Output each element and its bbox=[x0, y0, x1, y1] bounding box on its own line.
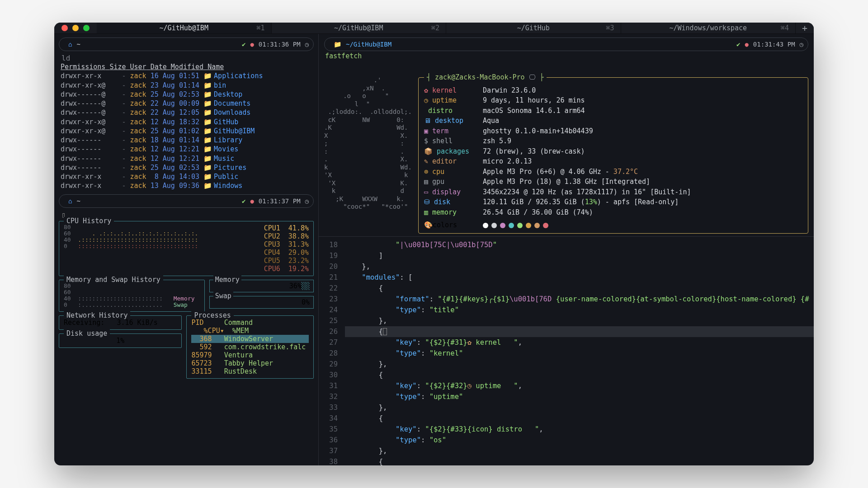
prompt-time: 01:31:36 PM bbox=[259, 41, 301, 48]
code-line[interactable]: { bbox=[345, 456, 814, 465]
disk-percent: 1% bbox=[64, 337, 177, 345]
code-line[interactable]: "type": "uptime" bbox=[345, 391, 814, 402]
code-area[interactable]: "|\u001b[75C|\u001b[75D" ] }, "modules":… bbox=[342, 237, 814, 466]
home-icon: ⌂ bbox=[68, 197, 72, 205]
code-line[interactable]: { bbox=[345, 370, 814, 380]
terminal-window: ~/GitHub@IBM⌘1~/GitHub@IBM⌘2~/GitHub⌘3~/… bbox=[54, 23, 814, 465]
process-row[interactable]: 85979 Ventura bbox=[191, 351, 309, 359]
close-icon[interactable] bbox=[61, 25, 68, 31]
code-line[interactable]: { bbox=[345, 283, 814, 294]
code-line[interactable]: "key": "{$2}{#32}◷ uptime ", bbox=[345, 380, 814, 391]
code-line[interactable]: "key": "{$2}{#33}{icon} distro ", bbox=[345, 424, 814, 435]
process-row[interactable]: 592 com.crowdstrike.falc bbox=[191, 343, 309, 351]
panel-title: Network History bbox=[64, 311, 130, 319]
process-row[interactable]: 33115 RustDesk bbox=[191, 367, 309, 375]
listing-row[interactable]: drwxr-xr-x@ - zack 12 Aug 18:32 📁GitHub bbox=[61, 117, 312, 127]
status-check-icon: ✔ bbox=[242, 41, 245, 48]
code-line[interactable]: "format": "{#1}{#keys}╭{$1}\u001b[76D {u… bbox=[345, 294, 814, 305]
code-line[interactable]: }, bbox=[345, 315, 814, 326]
listing-row[interactable]: drwx------ - zack 18 Aug 01:14 📁Library bbox=[61, 136, 312, 145]
code-line[interactable]: "type": "title" bbox=[345, 305, 814, 315]
listing-row[interactable]: drwxr-xr-x - zack 13 Aug 09:36 📁Windows bbox=[61, 181, 312, 190]
listing-row[interactable]: drwx------@ - zack 25 Aug 02:53 📁Desktop bbox=[61, 90, 312, 99]
cpu-row: CPU1 41.8% bbox=[264, 224, 309, 232]
cpu-row: CPU3 31.3% bbox=[264, 240, 309, 249]
listing-row[interactable]: drwxr-xr-x@ - zack 23 Aug 01:14 📁bin bbox=[61, 81, 312, 90]
process-row[interactable]: 368 WindowServer bbox=[191, 335, 309, 343]
panel-title: Processes bbox=[191, 311, 233, 319]
processes-panel[interactable]: Processes PID Command %CPU▾ %MEM 368 Win… bbox=[186, 315, 314, 379]
code-line[interactable]: { bbox=[345, 413, 814, 424]
fastfetch-row: $ shellzsh 5.9 bbox=[424, 136, 802, 146]
panel-title: Swap bbox=[213, 292, 233, 300]
tab[interactable]: ~/GitHub⌘3 bbox=[446, 23, 621, 33]
listing-row[interactable]: drwx------@ - zack 22 Aug 00:09 📁Documen… bbox=[61, 99, 312, 108]
panel-title: Disk usage bbox=[64, 329, 110, 338]
listing-row[interactable]: drwxr-xr-x@ - zack 25 Aug 01:02 📁GitHub@… bbox=[61, 127, 312, 136]
code-line[interactable]: "|\u001b[75C|\u001b[75D" bbox=[345, 239, 814, 250]
proc-header: %CPU▾ %MEM bbox=[191, 327, 309, 335]
fastfetch-row: ▤ gpuApple M3 Pro (18) @ 1.38 GHz [Integ… bbox=[424, 177, 802, 187]
cpu-row: CPU5 23.2% bbox=[264, 257, 309, 265]
disk-usage-panel: Disk usage 1% bbox=[59, 333, 182, 348]
tab[interactable]: ~/GitHub@IBM⌘2 bbox=[272, 23, 447, 33]
tab[interactable]: ~/GitHub@IBM⌘1 bbox=[97, 23, 272, 33]
minimize-icon[interactable] bbox=[72, 25, 79, 31]
file-listing[interactable]: Permissions Size User Date Modified Name… bbox=[54, 62, 318, 191]
prompt-pill: ⌂ ~ ✔ ● 01:31:36 PM ◷ bbox=[59, 38, 314, 51]
fastfetch-row: ✿ kernelDarwin 23.6.0 bbox=[424, 85, 802, 96]
code-line[interactable]: }, bbox=[345, 261, 814, 272]
memory-swap-history-panel: Memory and Swap History 80 60 40 :::::::… bbox=[59, 280, 205, 312]
fastfetch-host: ┤ zack@Zacks-MacBook-Pro 🖵 ├ bbox=[424, 73, 547, 81]
fastfetch-row: distromacOS Sonoma 14.6.1 arm64 bbox=[424, 106, 802, 116]
color-swatch bbox=[517, 223, 523, 228]
cpu-graph: 80 60 . .:.:..:.:..::.:.:.::.:..:.:. 40 … bbox=[64, 224, 258, 273]
code-line[interactable]: ] bbox=[345, 250, 814, 261]
code-line[interactable]: "modules": [ bbox=[345, 272, 814, 283]
code-editor[interactable]: 1819202122232425262728293031323334353637… bbox=[319, 236, 814, 466]
swap-percent: 0% bbox=[302, 298, 310, 306]
cwd-tilde: ~ bbox=[76, 41, 80, 48]
code-line[interactable]: }, bbox=[345, 402, 814, 413]
cpu-list: CPU1 41.8%CPU2 38.8%CPU3 31.3%CPU4 29.0%… bbox=[264, 224, 309, 273]
fastfetch-row: ▣ termghostty 0.1.0-main+14b04439 bbox=[424, 126, 802, 136]
color-swatch bbox=[526, 223, 531, 228]
code-line[interactable]: "key": "{$2}{#31}✿ kernel ", bbox=[345, 337, 814, 348]
memory-box: Memory 36%░░ bbox=[209, 280, 314, 292]
color-swatch bbox=[500, 223, 505, 228]
listing-row[interactable]: drwx------@ - zack 22 Aug 12:05 📁Downloa… bbox=[61, 108, 312, 117]
code-line[interactable]: }, bbox=[345, 446, 814, 456]
colors-label: 🎨colors bbox=[424, 220, 483, 230]
net-recv-value: 3.16 KiB/s bbox=[117, 319, 157, 327]
maximize-icon[interactable] bbox=[83, 25, 90, 31]
add-tab-button[interactable]: + bbox=[796, 23, 814, 33]
code-line[interactable]: "type": "kernel" bbox=[345, 348, 814, 359]
color-swatch bbox=[491, 223, 497, 228]
ascii-logo: .' ,xN . .o o " l " .;loddo:. .olloddol;… bbox=[324, 65, 412, 234]
monitor-icon: 🖵 bbox=[529, 73, 536, 81]
code-line[interactable]: }, bbox=[345, 359, 814, 370]
tab[interactable]: ~/Windows/workspace⌘4 bbox=[621, 23, 796, 33]
listing-row[interactable]: drwxr-xr-x - zack 16 Aug 01:51 📁Applicat… bbox=[61, 71, 312, 80]
status-check-icon: ✔ bbox=[736, 41, 740, 48]
color-swatch bbox=[543, 223, 548, 228]
listing-row[interactable]: drwx------ - zack 25 Aug 02:53 📁Pictures bbox=[61, 163, 312, 172]
listing-row[interactable]: drwx------ - zack 12 Aug 12:21 📁Movies bbox=[61, 145, 312, 154]
code-line[interactable]: { bbox=[345, 326, 814, 337]
fastfetch-row: ✎ editormicro 2.0.13 bbox=[424, 156, 802, 167]
process-row[interactable]: 65723 Tabby Helper bbox=[191, 359, 309, 367]
cpu-row: CPU6 19.2% bbox=[264, 265, 309, 273]
panel-title: CPU History bbox=[64, 217, 114, 225]
code-line[interactable]: "type": "os" bbox=[345, 435, 814, 446]
clock-icon: ◷ bbox=[305, 41, 309, 48]
color-swatches bbox=[483, 220, 552, 230]
mem-graph: 80 60 40 :::::::::::::::::::::::: Memory… bbox=[64, 283, 200, 309]
fastfetch-row: ◷ uptime9 days, 11 hours, 26 mins bbox=[424, 95, 802, 106]
listing-row[interactable]: drwxr-xr-x - zack 8 Aug 14:03 📁Public bbox=[61, 172, 312, 181]
tab-bar: ~/GitHub@IBM⌘1~/GitHub@IBM⌘2~/GitHub⌘3~/… bbox=[54, 23, 814, 34]
proc-header: PID Command bbox=[191, 319, 309, 327]
listing-row[interactable]: drwx------ - zack 12 Aug 12:21 📁Music bbox=[61, 154, 312, 163]
window-controls bbox=[54, 25, 97, 31]
command-text: ld bbox=[54, 54, 318, 62]
cpu-row: CPU4 29.0% bbox=[264, 249, 309, 257]
